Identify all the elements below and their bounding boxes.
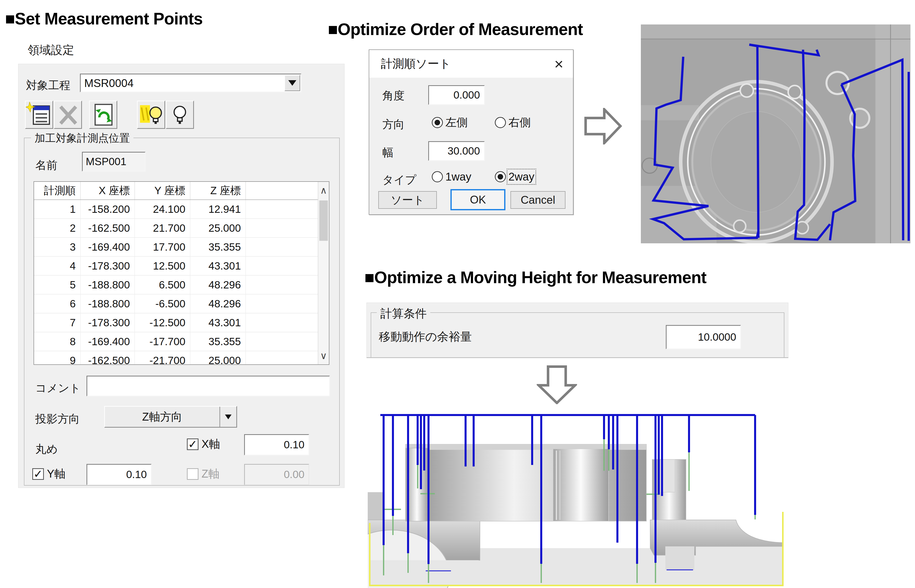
table-cell: 9 xyxy=(34,351,81,364)
table-cell: -17.700 xyxy=(135,332,191,351)
column-header-y[interactable]: Y 座標 xyxy=(135,182,191,199)
table-cell xyxy=(246,294,318,313)
add-point-button[interactable] xyxy=(25,100,53,129)
projection-label: 投影方向 xyxy=(35,412,80,426)
z-axis-value-input[interactable]: 0.00 xyxy=(244,464,309,485)
table-cell xyxy=(246,276,318,294)
name-input[interactable]: MSP001 xyxy=(82,152,145,171)
z-axis-label: Z軸 xyxy=(202,467,220,481)
table-cell xyxy=(246,313,318,332)
region-settings-panel: 対象工程 MSR0004 xyxy=(18,64,344,488)
table-cell: 25.000 xyxy=(191,351,246,364)
dialog-titlebar[interactable]: 計測順ソート × xyxy=(369,50,573,78)
width-input[interactable]: 30.000 xyxy=(428,141,485,161)
column-header-order[interactable]: 計測順 xyxy=(34,182,81,199)
x-axis-value-input[interactable]: 0.10 xyxy=(244,434,309,456)
table-cell xyxy=(246,238,318,256)
z-axis-value: 0.00 xyxy=(284,468,304,481)
table-cell: -188.800 xyxy=(81,294,135,313)
y-axis-value: 0.10 xyxy=(126,468,147,481)
column-header-z[interactable]: Z 座標 xyxy=(191,182,246,199)
moving-margin-label: 移動動作の余裕量 xyxy=(379,329,472,345)
table-cell: 8 xyxy=(34,332,81,351)
column-header-x[interactable]: X 座標 xyxy=(81,182,135,199)
angle-value: 0.000 xyxy=(453,89,480,101)
dialog-title: 計測順ソート xyxy=(381,56,451,72)
type-2way-radio[interactable]: 2way xyxy=(495,170,534,183)
table-cell: -12.500 xyxy=(135,313,191,332)
ok-button[interactable]: OK xyxy=(451,189,505,210)
cad-top-view-image xyxy=(641,24,910,243)
table-cell: 3 xyxy=(34,238,81,256)
width-label: 幅 xyxy=(382,145,393,160)
table-cell: -169.400 xyxy=(81,332,135,351)
table-cell xyxy=(246,351,318,364)
refresh-points-button[interactable] xyxy=(89,100,117,129)
table-header-row: 計測順 X 座標 Y 座標 Z 座標 xyxy=(34,182,318,200)
x-axis-checkbox[interactable]: ✓ X軸 xyxy=(187,437,220,452)
y-axis-value-input[interactable]: 0.10 xyxy=(87,464,152,485)
projection-dropdown[interactable]: Z軸方向 xyxy=(104,406,237,428)
table-cell: 12.941 xyxy=(191,200,246,218)
sort-button[interactable]: ソート xyxy=(378,191,437,209)
type-1way-label: 1way xyxy=(445,170,471,183)
cancel-button[interactable]: Cancel xyxy=(511,191,566,209)
comment-input[interactable] xyxy=(87,376,330,396)
table-cell: 12.500 xyxy=(135,257,191,275)
target-process-label: 対象工程 xyxy=(26,78,70,93)
x-axis-label: X軸 xyxy=(202,437,220,452)
arrow-right-icon xyxy=(584,108,622,144)
table-row[interactable]: 8-169.400-17.70035.355 xyxy=(34,332,318,351)
z-axis-checkbox[interactable]: ✓ Z軸 xyxy=(187,467,220,481)
y-axis-checkbox[interactable]: ✓ Y軸 xyxy=(32,467,65,481)
show-lamp-button[interactable] xyxy=(166,100,194,129)
table-row[interactable]: 9-162.500-21.70025.000 xyxy=(34,351,318,364)
table-row[interactable]: 4-178.30012.50043.301 xyxy=(34,257,318,276)
table-cell xyxy=(246,257,318,275)
table-cell: -178.300 xyxy=(81,313,135,332)
measure-table-body: 1-158.20024.10012.9412-162.50021.70025.0… xyxy=(34,200,318,364)
table-cell: 48.296 xyxy=(191,294,246,313)
direction-right-radio[interactable]: 右側 xyxy=(495,115,531,130)
table-cell: 25.000 xyxy=(191,219,246,237)
direction-left-radio[interactable]: 左側 xyxy=(432,115,467,130)
table-row[interactable]: 6-188.800-6.50048.296 xyxy=(34,294,318,313)
scroll-up-icon[interactable]: ∧ xyxy=(318,182,329,199)
target-process-combobox[interactable]: MSR0004 xyxy=(80,74,301,92)
table-row[interactable]: 5-188.8006.50048.296 xyxy=(34,276,318,294)
moving-margin-input[interactable]: 10.0000 xyxy=(666,325,741,349)
table-cell xyxy=(246,200,318,218)
table-scrollbar[interactable]: ∧ ∨ xyxy=(318,182,329,364)
y-axis-label: Y軸 xyxy=(47,467,65,481)
projection-dropdown-button[interactable] xyxy=(220,407,236,427)
delete-point-button[interactable] xyxy=(54,100,82,129)
table-row[interactable]: 1-158.20024.10012.941 xyxy=(34,200,318,219)
radio-circle xyxy=(495,117,506,128)
table-cell: 48.296 xyxy=(191,276,246,294)
table-row[interactable]: 3-169.40017.70035.355 xyxy=(34,238,318,257)
sort-order-dialog: 計測順ソート × 角度 0.000 方向 左側 右側 幅 30.000 タイプ … xyxy=(369,49,574,215)
target-process-dropdown-button[interactable] xyxy=(285,75,300,91)
table-cell: -188.800 xyxy=(81,276,135,294)
width-value: 30.000 xyxy=(448,145,480,157)
scroll-down-icon[interactable]: ∨ xyxy=(318,347,329,364)
column-header-empty xyxy=(246,182,318,199)
x-axis-value: 0.10 xyxy=(284,439,304,451)
checkbox-box: ✓ xyxy=(187,468,199,480)
table-cell: 5 xyxy=(34,276,81,294)
table-row[interactable]: 2-162.50021.70025.000 xyxy=(34,219,318,238)
close-icon[interactable]: × xyxy=(554,55,563,73)
type-1way-radio[interactable]: 1way xyxy=(432,170,471,183)
table-cell: -178.300 xyxy=(81,257,135,275)
angle-input[interactable]: 0.000 xyxy=(428,85,485,105)
chevron-down-icon xyxy=(288,80,296,86)
show-number-lamp-button[interactable] xyxy=(137,100,165,129)
calc-conditions-title: 計算条件 xyxy=(377,306,430,321)
table-cell: -6.500 xyxy=(135,294,191,313)
scrollbar-thumb[interactable] xyxy=(319,200,328,241)
table-cell: 35.355 xyxy=(191,238,246,256)
refresh-icon xyxy=(90,101,116,128)
radio-circle xyxy=(432,171,443,182)
panel-title-region-settings: 領域設定 xyxy=(28,42,74,58)
table-row[interactable]: 7-178.300-12.50043.301 xyxy=(34,313,318,332)
